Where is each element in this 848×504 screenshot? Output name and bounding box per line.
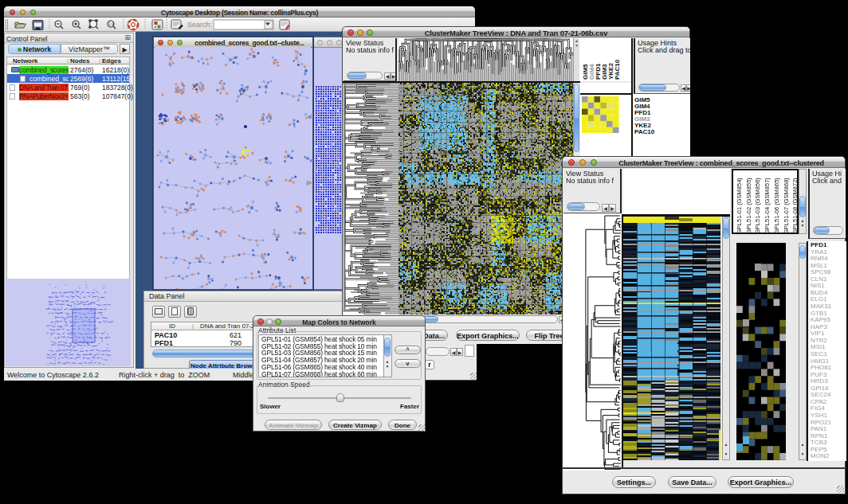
- svg-text:Search:: Search:: [187, 21, 212, 29]
- svg-text:1:1: 1:1: [109, 22, 115, 26]
